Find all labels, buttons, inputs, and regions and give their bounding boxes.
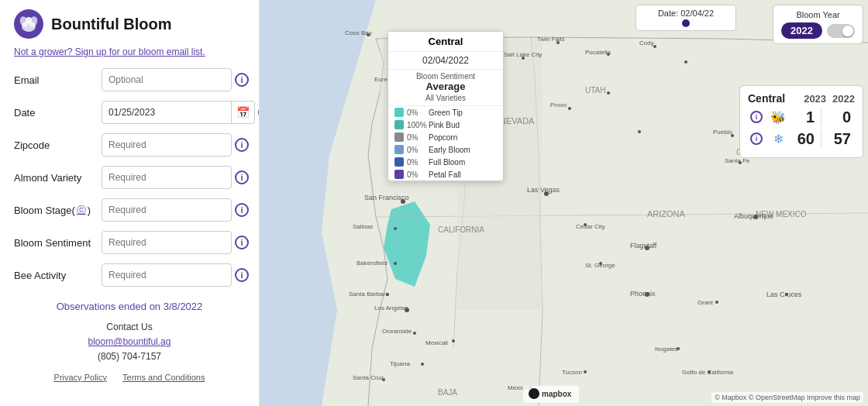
email-input-wrap: i (102, 68, 249, 91)
stage-pct: 0% (407, 133, 425, 142)
popup-variety: All Varieties (388, 94, 503, 106)
bloom-sentiment-input-wrap: i (102, 231, 249, 254)
date-slider-box[interactable]: Date: 02/04/22 (636, 5, 736, 31)
logo-area: Bountiful Bloom (14, 9, 245, 39)
signup-link[interactable]: Not a grower? Sign up for our bloom emai… (14, 46, 245, 57)
stage-pct: 100% (407, 121, 425, 129)
email-info-icon[interactable]: i (235, 73, 249, 87)
contact-email[interactable]: bloom@bountiful.ag (88, 336, 171, 347)
svg-text:BAJA: BAJA (438, 388, 457, 397)
email-input[interactable] (102, 68, 232, 91)
svg-point-19 (394, 262, 397, 265)
bloom-sentiment-info-icon[interactable]: i (235, 236, 249, 249)
popup-stages: 0% Green Tip 100% Pink Bud 0% Popcorn 0%… (388, 106, 503, 181)
svg-text:Santa Barbara: Santa Barbara (349, 291, 389, 298)
bee-stat-2022: 0 (828, 108, 851, 126)
date-input-container[interactable]: 📅 (102, 101, 255, 124)
bee-activity-input[interactable] (102, 263, 232, 287)
svg-point-17 (394, 227, 397, 230)
stage-label: Early Bloom (429, 146, 470, 154)
stage-color (394, 170, 404, 179)
stats-divider-2 (821, 129, 822, 148)
contact-us-label: Contact Us (14, 320, 245, 335)
svg-text:Phoenix: Phoenix (630, 290, 656, 298)
svg-point-25 (413, 332, 416, 335)
almond-variety-info-icon[interactable]: i (235, 170, 249, 184)
svg-text:Mexicali: Mexicali (425, 339, 448, 346)
svg-text:Salt Lake City: Salt Lake City (504, 51, 542, 58)
zipcode-input[interactable] (102, 133, 232, 157)
bloom-sentiment-input[interactable] (102, 231, 232, 254)
bloom-year-toggle-switch[interactable] (827, 24, 855, 38)
svg-text:Grant: Grant (698, 299, 714, 306)
zipcode-input-wrap: i (102, 133, 249, 157)
stage-label: Green Tip (429, 108, 463, 117)
stage-label: Popcorn (429, 133, 457, 142)
stage-color (394, 132, 404, 142)
bloom-year-value: 2022 (781, 22, 822, 39)
bee-activity-info-icon[interactable]: i (235, 268, 249, 282)
svg-text:Tucson: Tucson (562, 369, 582, 376)
left-panel: Bountiful Bloom Not a grower? Sign up fo… (0, 0, 260, 406)
date-input[interactable] (102, 107, 231, 118)
svg-point-31 (568, 107, 571, 110)
stats-year-2022: 2022 (832, 93, 855, 105)
bloom-sentiment-row: Bloom Sentiment i (14, 231, 245, 254)
svg-text:CALIFORNIA: CALIFORNIA (438, 225, 484, 234)
map-area[interactable]: NEVADA CALIFORNIA UTAH ARIZONA WYOMING N… (260, 0, 868, 406)
calendar-icon[interactable]: 📅 (231, 102, 254, 123)
stats-year-2023: 2023 (804, 93, 826, 105)
bloom-stage-link[interactable]: ⓒ (77, 204, 86, 217)
svg-text:Las Cruces: Las Cruces (766, 291, 802, 298)
bloom-stage-input[interactable] (102, 198, 232, 222)
svg-point-65 (584, 370, 587, 373)
svg-text:ARIZONA: ARIZONA (647, 209, 686, 218)
svg-text:Cody: Cody (639, 40, 654, 46)
bee-activity-label: Bee Activity (14, 270, 95, 281)
date-row: Date 📅 i (14, 101, 245, 124)
info-icon-chill[interactable]: i (748, 130, 765, 147)
snowflake-icon: ❄ (770, 130, 787, 147)
popup-region: Central (388, 32, 503, 52)
map-popup: Central 02/04/2022 Bloom Sentiment Avera… (388, 31, 504, 181)
popup-date: 02/04/2022 (388, 52, 503, 70)
svg-text:Oceanside: Oceanside (382, 328, 412, 335)
stats-box: Central 2023 2022 i 🐝 1 0 i ❄ 60 57 (739, 85, 863, 158)
zipcode-label: Zipcode (14, 139, 95, 151)
logo-icon (14, 9, 43, 39)
almond-variety-label: Almond Variety (14, 172, 95, 184)
map-attribution: © Mapbox © OpenStreetMap Improve this ma… (711, 392, 863, 403)
date-input-wrap: 📅 i (102, 101, 260, 124)
almond-variety-input[interactable] (102, 166, 232, 189)
bee-stat-2023: 1 (791, 108, 815, 126)
svg-point-73 (715, 301, 718, 304)
info-icon-bee[interactable]: i (748, 108, 765, 126)
contact-area: Contact Us bloom@bountiful.ag (805) 704-… (14, 320, 245, 365)
svg-text:Pocatello: Pocatello (585, 49, 611, 56)
svg-text:Flagstaff: Flagstaff (630, 242, 657, 249)
popup-stage-row: 0% Green Tip (388, 106, 503, 119)
stage-label: Pink Bud (429, 121, 460, 129)
svg-text:Tijuana: Tijuana (390, 360, 410, 367)
svg-point-77 (638, 130, 641, 133)
email-label: Email (14, 74, 95, 86)
popup-sentiment-value: Average (388, 81, 503, 94)
svg-text:Bakersfield: Bakersfield (356, 260, 388, 267)
toggle-knob (842, 26, 853, 36)
svg-text:Las Vegas: Las Vegas (527, 186, 560, 194)
bloom-stage-info-icon[interactable]: i (235, 203, 249, 217)
stats-header: Central 2023 2022 (748, 92, 855, 105)
stage-pct: 0% (407, 158, 425, 167)
email-row: Email i (14, 68, 245, 91)
zipcode-info-icon[interactable]: i (235, 138, 249, 152)
svg-text:Pueblo: Pueblo (713, 129, 732, 136)
popup-stage-row: 0% Popcorn (388, 131, 503, 143)
stage-label: Full Bloom (429, 158, 465, 167)
terms-link[interactable]: Terms and Conditions (122, 373, 205, 382)
svg-text:Golfo de California: Golfo de California (682, 369, 734, 376)
svg-text:Salinas: Salinas (353, 223, 373, 230)
privacy-policy-link[interactable]: Privacy Policy (54, 373, 107, 382)
stage-pct: 0% (407, 170, 425, 179)
chill-stat-2022: 57 (828, 130, 851, 148)
bloom-year-box: Bloom Year 2022 (773, 5, 863, 44)
